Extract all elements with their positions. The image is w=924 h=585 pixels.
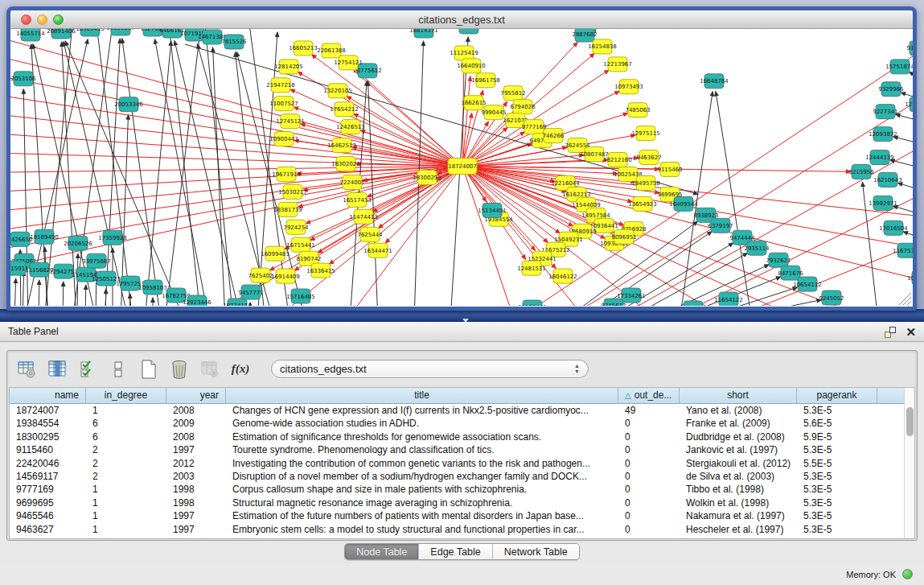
network-node[interactable]: 16961758 [471,73,500,88]
network-node[interactable]: 12426513 [336,120,365,134]
table-cell[interactable]: 1 [86,483,166,496]
network-window-titlebar[interactable]: citations_edges.txt [10,10,913,29]
network-node[interactable]: 7955812 [500,86,525,101]
network-edge[interactable] [175,41,241,306]
network-node[interactable]: 11007527 [269,97,298,111]
network-edge[interactable] [169,29,201,306]
network-edge[interactable] [893,137,913,145]
table-row[interactable]: 1938455462009Genome-wide association stu… [10,417,904,430]
table-cell[interactable]: Estimation of the future numbers of pati… [226,509,618,522]
table-cell[interactable]: 0 [618,523,680,536]
select-columns-icon[interactable] [46,358,68,381]
network-edge[interactable] [14,278,16,306]
network-node[interactable]: 1662615 [461,96,486,110]
table-cell[interactable]: 0 [618,457,680,470]
network-edge[interactable] [63,282,64,306]
network-edge[interactable] [890,160,913,169]
network-node[interactable]: 16648784 [700,74,729,89]
network-node[interactable]: 18814371 [409,29,438,38]
column-header-year[interactable]: year [166,388,226,403]
table-cell[interactable]: 2009 [166,417,226,430]
table-cell[interactable]: 2 [86,443,166,456]
table-cell[interactable]: 5.3E-5 [797,509,877,522]
network-node[interactable]: 8131304 [456,29,482,34]
network-node[interactable]: 9245612 [601,299,626,306]
network-node[interactable]: 2935114 [744,241,770,255]
table-cell[interactable]: 2003 [166,470,226,483]
network-node[interactable]: 16605213 [289,41,318,56]
network-edge[interactable] [39,280,39,306]
memory-status-indicator[interactable] [902,569,913,579]
network-node[interactable]: 16344471 [363,243,392,257]
network-node[interactable]: 12975115 [631,126,660,141]
select-rows-icon[interactable] [76,358,99,381]
table-cell[interactable]: 5.3E-5 [797,483,877,496]
table-cell[interactable]: 1 [86,496,166,509]
network-node[interactable]: 7932621 [766,253,791,267]
table-settings-icon[interactable] [15,358,38,381]
table-cell[interactable]: 1997 [166,443,226,456]
network-edge[interactable] [10,167,462,213]
table-cell[interactable]: 0 [618,509,680,522]
network-node[interactable]: 17359928 [98,230,127,245]
network-node[interactable]: 14055714 [16,29,45,41]
network-node[interactable]: 11675312 [893,243,913,257]
network-node[interactable]: 9227341 [873,105,897,119]
network-edge[interactable] [154,39,209,306]
network-edge[interactable] [903,232,913,239]
network-node[interactable]: 7625444 [357,227,383,241]
table-cell[interactable]: Stergiakouli et al. (2012) [680,457,797,470]
table-cell[interactable]: 0 [618,496,680,509]
table-row[interactable]: 2242004622012Investigating the contribut… [10,457,904,470]
network-node[interactable]: 18189490 [30,229,59,244]
table-cell[interactable]: 2 [86,470,166,483]
table-cell[interactable]: 5.9E-5 [797,431,877,443]
table-cell[interactable]: Changes of HCN gene expression and I(f) … [226,404,618,417]
table-row[interactable]: 977716911998Corpus callosum shape and si… [10,483,904,496]
table-cell[interactable]: Franke et al. (2009) [680,417,797,430]
table-cell[interactable]: Estimation of significance thresholds fo… [226,431,618,443]
network-node[interactable]: 18309413 [76,29,105,36]
table-cell[interactable]: 49 [618,404,680,417]
column-header-in-degree[interactable]: in_degree [86,388,166,403]
table-cell[interactable]: 5.5E-5 [797,457,877,470]
table-cell[interactable]: Tibbo et al. (1998) [680,483,797,496]
table-row[interactable]: 911546021997Tourette syndrome. Phenomeno… [10,443,904,456]
table-cell[interactable]: Genome-wide association studies in ADHD. [226,417,618,430]
network-edge[interactable] [716,92,752,306]
network-node[interactable]: 9111213 [906,41,913,56]
network-node[interactable]: 2053106 [10,72,35,86]
network-node[interactable]: 7815526 [221,35,246,49]
network-node[interactable]: 2426650 [10,232,33,246]
network-node[interactable]: 2887682 [572,29,597,42]
network-node[interactable]: 7224007 [339,175,364,189]
table-row[interactable]: 1456911722003Disruption of a novel membe… [10,470,904,483]
network-node[interactable]: 15030217 [278,184,307,199]
network-edge[interactable] [693,287,798,306]
table-cell[interactable]: 0 [618,470,680,483]
network-node[interactable]: 16210643 [873,172,902,187]
float-panel-icon[interactable] [885,327,896,338]
tab-node-table[interactable]: Node Table [345,544,419,559]
table-cell[interactable]: 1998 [166,496,226,509]
table-cell[interactable]: Nakamura et al. (1997) [680,509,797,522]
table-cell[interactable]: 9777169 [10,483,86,496]
create-column-icon[interactable] [138,358,160,381]
table-cell[interactable]: Yano et al. (2008) [680,404,797,417]
table-cell[interactable]: 1 [86,404,166,417]
network-node[interactable]: 12734461 [905,97,913,112]
network-edge[interactable] [896,114,913,122]
network-node[interactable]: 33975887 [82,253,111,268]
network-node[interactable]: 9463627 [636,150,661,165]
network-node[interactable]: 6379197 [708,218,733,233]
network-canvas[interactable]: 1405571420891406183094131065325715276026… [10,29,913,306]
table-cell[interactable]: 9699695 [10,496,86,509]
table-cell[interactable]: 5.3E-5 [797,443,877,456]
table-cell[interactable]: 22420046 [10,457,86,470]
table-cell[interactable]: 1997 [166,509,226,522]
network-edge[interactable] [213,47,225,306]
network-edge[interactable] [205,29,233,306]
delete-table-icon[interactable] [199,358,221,381]
network-edge[interactable] [909,72,913,80]
table-cell[interactable]: Tourette syndrome. Phenomenology and cla… [226,443,618,456]
